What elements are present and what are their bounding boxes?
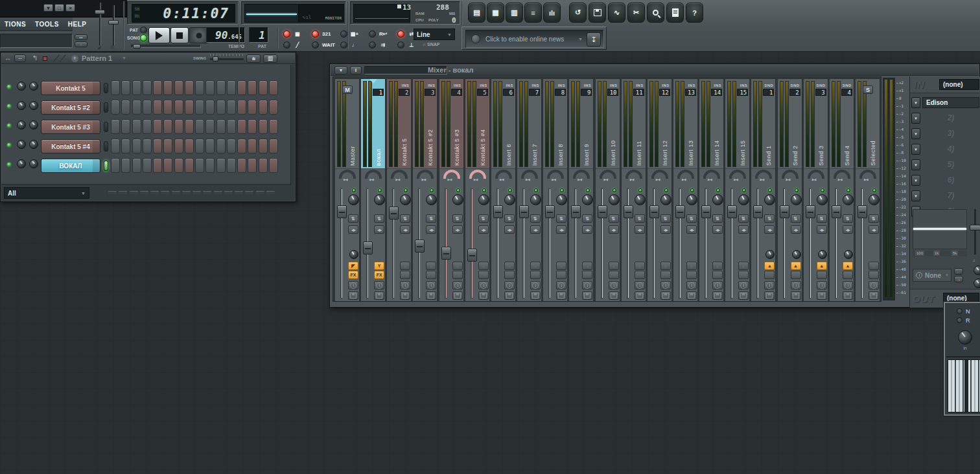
tool-project-info-button[interactable]: [666, 3, 684, 23]
strip-save-button[interactable]: [635, 291, 645, 300]
step-cell[interactable]: [205, 158, 215, 173]
strip-latency-button[interactable]: [426, 281, 436, 289]
strip-enable-led[interactable]: [456, 188, 460, 192]
strip-save-button[interactable]: [530, 291, 541, 300]
fader-handle[interactable]: [624, 205, 633, 218]
strip-latency-button[interactable]: [791, 281, 801, 289]
step-cell[interactable]: [269, 100, 278, 115]
channel-pan-knob[interactable]: [17, 159, 26, 168]
step-cell[interactable]: [216, 80, 226, 95]
step-page-bar[interactable]: [203, 191, 211, 194]
strip-save-button[interactable]: [582, 291, 592, 300]
fx-slot[interactable]: ▼7): [911, 189, 980, 203]
channel-mute-slit[interactable]: [104, 122, 108, 132]
strip-label[interactable]: Kontakt 5 #4: [480, 98, 489, 166]
step-cell[interactable]: [227, 80, 236, 95]
channel-lr-button[interactable]: ◀▶: [635, 225, 645, 234]
channel-volume-knob[interactable]: [29, 120, 38, 130]
news-bar-inner[interactable]: Click to enable online news ▼ ↧: [465, 30, 604, 48]
mini-close-icon[interactable]: [43, 56, 47, 61]
switcher-step-sequencer-button[interactable]: ▦: [487, 3, 504, 23]
fx-in-dropdown[interactable]: (none): [939, 79, 979, 90]
fader-handle[interactable]: [649, 205, 659, 218]
strip-aux-knob[interactable]: [792, 250, 801, 259]
channel-button[interactable]: Kontakt 5: [41, 81, 100, 95]
strip-label[interactable]: Insert 12: [662, 98, 671, 166]
fader-handle[interactable]: [389, 207, 399, 220]
step-cell[interactable]: [174, 119, 183, 134]
fx-enable-button[interactable]: FX: [712, 271, 723, 279]
strip-save-button[interactable]: [426, 291, 436, 300]
controller-led[interactable]: [397, 41, 404, 49]
fx-enable-button[interactable]: FX: [791, 271, 801, 279]
hint-mode-button-1[interactable]: •••: [75, 34, 88, 40]
tool-undo-button[interactable]: ↺: [569, 3, 587, 23]
step-cell[interactable]: [248, 100, 257, 115]
step-page-bar[interactable]: [119, 191, 127, 194]
strip-volume-knob[interactable]: [712, 194, 723, 205]
strip-latency-button[interactable]: [843, 281, 853, 289]
step-cell[interactable]: [185, 139, 194, 153]
pattern-add-icon[interactable]: +: [71, 55, 78, 62]
fader-handle[interactable]: [780, 205, 789, 218]
fader-track[interactable]: [340, 188, 344, 299]
stereo-separation-button[interactable]: ⇅: [738, 214, 749, 223]
strip-volume-knob[interactable]: [478, 194, 489, 205]
strip-label[interactable]: Insert 13: [688, 98, 697, 166]
fx-enable-button[interactable]: FX: [817, 271, 827, 279]
time-dropdown[interactable]: None ▼: [913, 269, 951, 282]
strip-label[interactable]: Selected: [870, 98, 879, 166]
fx-slot-menu-button[interactable]: ▼: [911, 128, 920, 139]
tool-audio-editor-button[interactable]: ✂: [627, 3, 645, 23]
fader-track[interactable]: [730, 188, 734, 299]
step-cell[interactable]: [259, 119, 268, 134]
strip-volume-knob[interactable]: [504, 194, 515, 205]
step-cell[interactable]: [269, 158, 278, 173]
switcher-browser-button[interactable]: ≡: [524, 3, 542, 23]
channel-lr-button[interactable]: ◀▶: [686, 225, 697, 234]
fader-track[interactable]: [756, 188, 760, 299]
strip-latency-button[interactable]: [478, 281, 489, 289]
fx-knob-2[interactable]: [974, 278, 980, 288]
window-minimize-button[interactable]: ▾: [43, 4, 53, 12]
stereo-separation-button[interactable]: ⇅: [764, 214, 775, 223]
channel-mute-slit[interactable]: [104, 141, 108, 152]
strip-latency-button[interactable]: [712, 281, 723, 289]
route-button[interactable]: ◤: [348, 262, 358, 270]
strip-latency-button[interactable]: [400, 281, 410, 289]
step-page-bar[interactable]: [130, 191, 138, 194]
toggle-controller[interactable]: ⊥: [397, 40, 417, 49]
mixer-strip[interactable]: INS6Insert 6▶◀⇅◀▶▲FX: [491, 78, 516, 301]
stereo-separation-button[interactable]: ⇅: [635, 214, 645, 223]
strip-label[interactable]: вокал: [375, 98, 384, 166]
fx-slot-menu-button[interactable]: ▼: [911, 159, 920, 170]
fx-enable-button[interactable]: FX: [556, 271, 566, 279]
fx-enable-button[interactable]: FX: [843, 271, 853, 279]
fader-track[interactable]: [496, 188, 500, 299]
fader-track[interactable]: [548, 188, 552, 299]
channel-lr-button[interactable]: ◀▶: [738, 225, 749, 234]
mixer-strip[interactable]: SSelected▶◀⇅◀▶▲FX: [855, 78, 880, 301]
fader-handle[interactable]: [727, 205, 737, 218]
step-cell[interactable]: [248, 139, 257, 153]
strip-enable-led[interactable]: [612, 188, 616, 192]
fader-handle[interactable]: [441, 247, 451, 260]
strip-latency-button[interactable]: [452, 281, 463, 289]
route-button[interactable]: Y: [374, 262, 384, 270]
step-cell[interactable]: [174, 100, 183, 115]
time-mode-bottom[interactable]: 8h: [134, 14, 140, 18]
step-page-bar[interactable]: [235, 191, 243, 194]
step-cell[interactable]: [227, 100, 236, 115]
strip-latency-button[interactable]: [374, 281, 384, 289]
fx-slot[interactable]: ▼6): [911, 174, 980, 187]
strip-save-button[interactable]: [738, 291, 749, 300]
channel-lr-button[interactable]: ◀▶: [817, 225, 827, 234]
strip-volume-knob[interactable]: [374, 194, 385, 205]
step-cell[interactable]: [153, 80, 162, 95]
route-button[interactable]: ▲: [452, 262, 463, 270]
tool-render-button[interactable]: ∿: [608, 3, 625, 23]
strip-latency-button[interactable]: [660, 281, 671, 289]
step-cell[interactable]: [111, 139, 120, 153]
strip-latency-button[interactable]: [582, 281, 592, 289]
channel-lr-button[interactable]: ◀▶: [556, 225, 566, 234]
